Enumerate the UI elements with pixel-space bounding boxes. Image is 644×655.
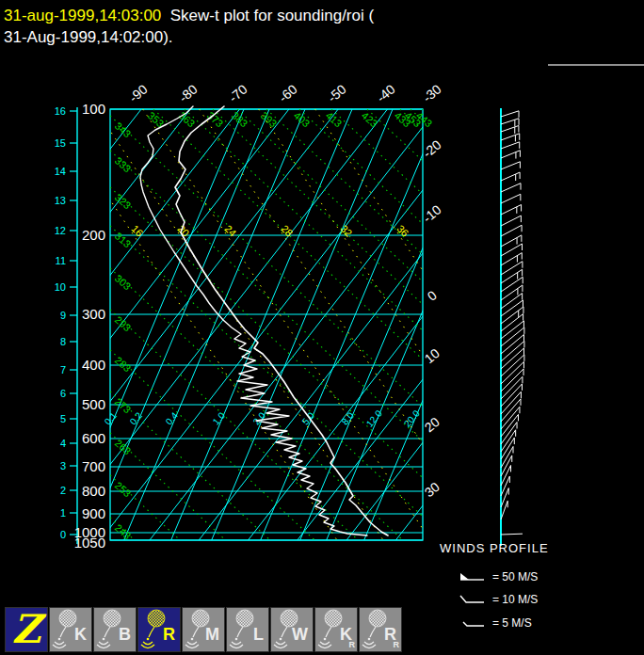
dry-adiabat-lines [110, 109, 423, 655]
toolbar-button-w[interactable]: W [270, 607, 314, 652]
svg-text:400: 400 [82, 357, 105, 373]
svg-text:11: 11 [56, 255, 66, 266]
toolbar-button-sublabel: R [349, 640, 356, 649]
svg-text:20.0: 20.0 [402, 407, 422, 428]
toolbar-button-label: L [253, 625, 264, 645]
svg-text:383: 383 [230, 109, 250, 129]
toolbar-button-r[interactable]: R [137, 607, 181, 652]
skewt-chart: 1615141312111098765432101002003004005006… [0, 0, 644, 655]
svg-text:-30: -30 [420, 81, 444, 104]
skewt-app-window: 31-aug-1999,14:03:00 Skew-t plot for sou… [0, 0, 644, 655]
svg-text:24: 24 [222, 223, 238, 239]
toolbar-button-label: K [74, 625, 87, 645]
svg-text:20: 20 [422, 414, 443, 435]
svg-text:15: 15 [55, 137, 66, 149]
toolbar-button-rr[interactable]: RR [359, 607, 402, 652]
toolbar-button-z[interactable]: Z [5, 607, 48, 652]
wind-legend-50ms-label: = 50 M/S [492, 570, 538, 583]
svg-text:7: 7 [60, 364, 66, 375]
toolbar-button-sublabel: R [394, 640, 400, 649]
svg-text:323: 323 [113, 191, 134, 211]
toolbar: ZKBRMLWKRRR [5, 607, 402, 652]
wind-barbs [501, 111, 524, 535]
svg-text:10: 10 [422, 345, 443, 366]
svg-text:403: 403 [292, 109, 313, 129]
wind-legend-10ms: = 10 M/S [458, 592, 538, 606]
z-logo-icon: Z [6, 606, 47, 652]
svg-text:200: 200 [82, 227, 105, 243]
toolbar-button-kr[interactable]: KR [314, 607, 358, 652]
svg-text:303: 303 [113, 272, 134, 292]
toolbar-button-label: W [292, 625, 308, 645]
toolbar-button-label: R [163, 625, 175, 645]
svg-text:3: 3 [60, 460, 66, 471]
svg-text:28: 28 [279, 223, 295, 239]
svg-text:36: 36 [394, 223, 411, 239]
svg-text:4: 4 [60, 438, 66, 449]
toolbar-button-label: B [119, 625, 131, 645]
svg-text:13: 13 [55, 195, 66, 206]
svg-text:16: 16 [129, 223, 145, 239]
svg-text:1: 1 [60, 507, 66, 519]
svg-text:253: 253 [113, 479, 134, 499]
svg-text:9: 9 [60, 310, 66, 321]
temperature-trace [175, 106, 388, 535]
toolbar-button-m[interactable]: M [182, 607, 225, 652]
svg-text:16: 16 [55, 105, 66, 117]
svg-text:800: 800 [82, 483, 105, 499]
toolbar-button-label: M [205, 625, 219, 645]
svg-text:8: 8 [60, 336, 66, 347]
svg-text:-60: -60 [276, 81, 300, 104]
full-barb-icon [458, 593, 488, 606]
isotherm-lines [0, 109, 644, 540]
svg-text:-70: -70 [226, 81, 250, 104]
toolbar-button-l[interactable]: L [226, 607, 269, 652]
svg-text:-40: -40 [374, 81, 398, 104]
mixing-ratio-labels: 0.10.20.41.02.05.08.012.020.0 [103, 407, 422, 428]
svg-text:1050: 1050 [74, 535, 105, 551]
svg-text:900: 900 [82, 505, 105, 521]
svg-text:-90: -90 [126, 81, 151, 104]
svg-text:5: 5 [60, 413, 66, 424]
svg-text:6: 6 [60, 388, 66, 399]
svg-text:100: 100 [82, 101, 105, 117]
svg-text:-50: -50 [325, 81, 349, 104]
svg-text:-20: -20 [420, 136, 444, 160]
svg-text:600: 600 [82, 430, 105, 446]
svg-text:30: 30 [422, 479, 443, 500]
svg-text:700: 700 [82, 458, 105, 474]
svg-text:14: 14 [55, 166, 66, 177]
svg-text:423: 423 [360, 109, 380, 129]
flag-barb-icon [458, 570, 488, 583]
moist-adiabat-labels: 162024283236 [129, 223, 411, 239]
svg-text:-10: -10 [420, 201, 444, 225]
svg-text:500: 500 [82, 396, 105, 412]
wind-legend-10ms-label: = 10 M/S [492, 593, 538, 606]
svg-text:0: 0 [425, 287, 440, 303]
svg-text:313: 313 [113, 230, 134, 249]
svg-text:333: 333 [113, 154, 134, 174]
svg-text:-80: -80 [176, 81, 201, 104]
height-axis-km: 161514131211109876543210 [55, 105, 77, 544]
toolbar-button-b[interactable]: B [93, 607, 137, 652]
svg-text:12: 12 [55, 225, 66, 236]
winds-profile-title: WINDS PROFILE [440, 541, 549, 555]
toolbar-button-k[interactable]: K [49, 607, 92, 652]
svg-text:273: 273 [113, 395, 134, 415]
svg-text:10: 10 [55, 281, 66, 293]
svg-text:413: 413 [324, 109, 345, 129]
wind-legend-5ms-label: = 5 M/S [492, 616, 532, 630]
svg-text:300: 300 [82, 306, 105, 322]
svg-text:0: 0 [60, 529, 66, 540]
half-barb-icon [458, 616, 488, 630]
svg-text:2: 2 [60, 485, 66, 496]
svg-text:32: 32 [338, 223, 354, 239]
wind-legend-5ms: = 5 M/S [458, 615, 532, 630]
wind-legend-50ms: = 50 M/S [458, 569, 538, 583]
svg-text:283: 283 [113, 354, 134, 374]
